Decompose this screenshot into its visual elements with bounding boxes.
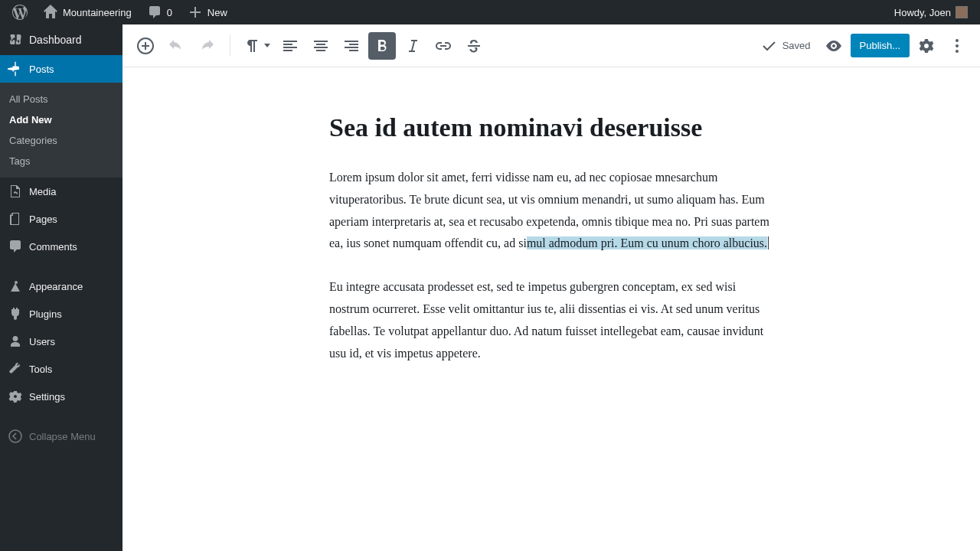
home-icon	[43, 5, 58, 20]
post-paragraph-2[interactable]: Eu integre accusata prodesset est, sed t…	[329, 276, 773, 364]
bold-button[interactable]	[368, 32, 396, 60]
collapse-icon	[8, 429, 23, 444]
new-content-link[interactable]: New	[181, 0, 234, 24]
new-label: New	[207, 7, 227, 18]
svg-point-3	[956, 44, 959, 47]
sidebar-item-pages[interactable]: Pages	[0, 205, 122, 233]
text-selection: mul admodum pri. Eum cu unum choro albuc…	[527, 236, 767, 249]
settings-button[interactable]	[913, 32, 940, 60]
eye-icon	[825, 37, 843, 55]
strikethrough-icon	[465, 37, 483, 55]
align-center-icon	[312, 37, 330, 55]
pin-icon	[8, 61, 23, 77]
post-paragraph-1[interactable]: Lorem ipsum dolor sit amet, ferri vidiss…	[329, 167, 773, 255]
sidebar-item-label: Plugins	[29, 308, 62, 320]
tools-icon	[8, 361, 23, 377]
block-type-dropdown[interactable]	[240, 37, 273, 55]
sidebar-item-posts[interactable]: Posts	[0, 55, 122, 83]
media-icon	[8, 184, 23, 199]
italic-button[interactable]	[399, 32, 426, 60]
saved-label: Saved	[782, 40, 811, 51]
check-icon	[760, 37, 778, 55]
comments-link[interactable]: 0	[141, 0, 178, 24]
submenu-tags[interactable]: Tags	[0, 151, 122, 171]
redo-icon	[198, 37, 216, 55]
collapse-label: Collapse Menu	[29, 431, 96, 442]
site-name: Mountaineering	[63, 7, 132, 18]
sidebar-item-media[interactable]: Media	[0, 178, 122, 205]
sidebar-item-label: Users	[29, 336, 55, 347]
admin-bar: Mountaineering 0 New Howdy, Joen	[0, 0, 980, 24]
dashboard-icon	[8, 32, 23, 47]
add-block-button[interactable]	[132, 32, 159, 60]
sidebar-item-label: Settings	[29, 391, 65, 403]
settings-icon	[8, 389, 23, 404]
svg-point-4	[956, 50, 959, 53]
users-icon	[8, 334, 23, 349]
avatar	[956, 6, 968, 18]
sidebar-item-dashboard[interactable]: Dashboard	[0, 24, 122, 55]
more-vertical-icon	[948, 37, 966, 55]
wordpress-icon	[12, 5, 28, 20]
sidebar-item-appearance[interactable]: Appearance	[0, 272, 122, 300]
undo-button[interactable]	[162, 32, 190, 60]
svg-point-0	[9, 430, 21, 442]
sidebar-item-label: Dashboard	[29, 34, 82, 46]
italic-icon	[403, 37, 422, 55]
sidebar-item-settings[interactable]: Settings	[0, 383, 122, 410]
appearance-icon	[8, 279, 23, 294]
submenu-categories[interactable]: Categories	[0, 130, 122, 151]
comments-count: 0	[167, 7, 172, 18]
more-button[interactable]	[943, 32, 971, 60]
wordpress-logo[interactable]	[6, 0, 34, 24]
admin-sidebar: Dashboard Posts All Posts Add New Catego…	[0, 24, 122, 551]
plugins-icon	[8, 306, 23, 321]
site-name-link[interactable]: Mountaineering	[37, 0, 138, 24]
howdy-link[interactable]: Howdy, Joen	[888, 0, 974, 24]
editor-canvas[interactable]: Sea id autem nominavi deseruisse Lorem i…	[122, 67, 980, 551]
posts-submenu: All Posts Add New Categories Tags	[0, 83, 122, 178]
comment-icon	[147, 5, 162, 20]
sidebar-item-tools[interactable]: Tools	[0, 355, 122, 383]
undo-icon	[167, 37, 185, 55]
redo-button[interactable]	[193, 32, 220, 60]
collapse-menu[interactable]: Collapse Menu	[0, 422, 122, 450]
sidebar-item-label: Pages	[29, 214, 57, 225]
align-right-icon	[342, 37, 361, 55]
sidebar-item-label: Appearance	[29, 281, 83, 292]
strikethrough-button[interactable]	[460, 32, 488, 60]
pages-icon	[8, 211, 23, 227]
sidebar-item-comments[interactable]: Comments	[0, 233, 122, 260]
bold-icon	[373, 37, 391, 55]
save-status: Saved	[753, 37, 817, 55]
sidebar-item-label: Posts	[29, 64, 54, 75]
paragraph-icon	[243, 37, 261, 55]
publish-button[interactable]: Publish...	[851, 34, 910, 57]
gear-icon	[917, 37, 936, 55]
plus-circle-icon	[136, 37, 155, 55]
sidebar-item-plugins[interactable]: Plugins	[0, 300, 122, 328]
preview-button[interactable]	[820, 32, 848, 60]
sidebar-item-users[interactable]: Users	[0, 328, 122, 355]
howdy-text: Howdy, Joen	[894, 7, 951, 18]
chevron-down-icon	[264, 44, 270, 47]
link-icon	[434, 37, 452, 55]
svg-point-2	[956, 39, 959, 42]
align-center-button[interactable]	[307, 32, 335, 60]
comments-icon	[8, 239, 23, 254]
editor-toolbar: Saved Publish...	[122, 24, 980, 67]
align-left-button[interactable]	[276, 32, 304, 60]
submenu-add-new[interactable]: Add New	[0, 109, 122, 130]
post-title[interactable]: Sea id autem nominavi deseruisse	[329, 113, 773, 142]
sidebar-item-label: Tools	[29, 364, 52, 375]
align-right-button[interactable]	[338, 32, 365, 60]
sidebar-item-label: Comments	[29, 241, 77, 253]
align-left-icon	[281, 37, 299, 55]
submenu-all-posts[interactable]: All Posts	[0, 89, 122, 109]
plus-icon	[188, 5, 203, 20]
sidebar-item-label: Media	[29, 186, 56, 197]
link-button[interactable]	[430, 32, 457, 60]
